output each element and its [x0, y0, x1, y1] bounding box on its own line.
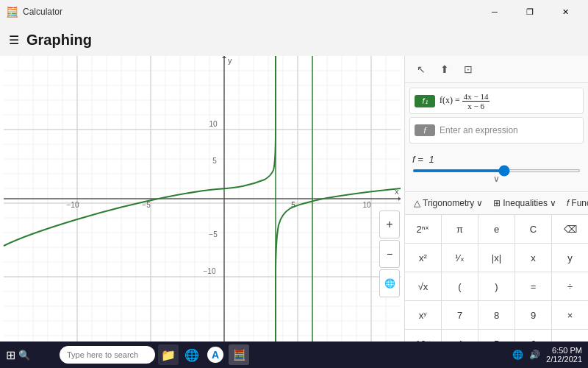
- numpad-button-x_[interactable]: xʸ: [405, 301, 441, 329]
- svg-text:−10: −10: [67, 201, 79, 209]
- taskbar-clock: 6:50 PM 2/12/2021: [546, 346, 582, 364]
- trig-arrow: ∨: [476, 198, 483, 208]
- trigonometry-button[interactable]: △ Trigonometry ∨: [411, 197, 486, 210]
- slider-current-value: 1: [429, 154, 434, 165]
- numpad-button-_[interactable]: ): [478, 272, 514, 300]
- numpad-button-9[interactable]: 9: [515, 301, 551, 329]
- slider-label: f = 1: [412, 154, 581, 165]
- func-icon: f: [567, 198, 569, 208]
- main-content: x y −10 −5 5 10 5 10 5 −5 −10: [0, 56, 588, 342]
- taskbar-app-ai[interactable]: A: [205, 344, 226, 365]
- taskbar-app-calc[interactable]: 🧮: [229, 344, 249, 365]
- svg-text:−10: −10: [204, 267, 216, 275]
- zoom-out-button[interactable]: −: [379, 240, 400, 268]
- function-formula-1: f(x) = 4x − 14 x − 6: [440, 92, 490, 110]
- numpad-button-_[interactable]: π: [442, 215, 478, 243]
- taskbar-app-chrome[interactable]: 🌐: [182, 344, 202, 365]
- numpad-button-_[interactable]: (: [442, 272, 478, 300]
- func-label: Function: [571, 198, 588, 208]
- ineq-label: Inequalities: [503, 198, 548, 208]
- taskbar-time-value: 6:50 PM: [546, 346, 582, 355]
- export-button[interactable]: ⬆: [434, 59, 455, 79]
- screenshot-button[interactable]: ⊡: [458, 59, 478, 79]
- reset-view-button[interactable]: 🌐: [379, 269, 400, 297]
- numpad-button-_x[interactable]: √x: [405, 272, 441, 300]
- taskbar-date-value: 2/12/2021: [546, 355, 582, 364]
- graph-canvas[interactable]: x y −10 −5 5 10 5 10 5 −5 −10: [0, 56, 404, 342]
- title-bar: 🧮 Calculator ─ ❐ ✕: [0, 0, 588, 24]
- numpad-button-y[interactable]: y: [552, 244, 588, 272]
- function-entry-2[interactable]: f Enter an expression: [409, 117, 584, 144]
- trig-icon: △: [414, 198, 420, 208]
- numpad-button-e[interactable]: e: [478, 215, 514, 243]
- network-icon: 🌐: [512, 350, 523, 360]
- slider-equals: =: [417, 154, 426, 165]
- function-placeholder: Enter an expression: [440, 125, 518, 135]
- hamburger-menu[interactable]: ☰: [9, 33, 19, 47]
- numpad-button-x[interactable]: x: [515, 244, 551, 272]
- svg-text:10: 10: [362, 201, 371, 209]
- numpad-button-2__[interactable]: 2ⁿˣ: [405, 215, 441, 243]
- zoom-in-button[interactable]: +: [379, 210, 400, 238]
- close-button[interactable]: ✕: [548, 0, 582, 24]
- windows-button[interactable]: ⊞: [6, 348, 15, 362]
- slider-variable: f: [412, 154, 415, 165]
- svg-text:10: 10: [209, 120, 218, 128]
- right-panel: ↖ ⬆ ⊡ f₁ f(x) = 4x − 14 x − 6: [404, 56, 588, 342]
- inequalities-button[interactable]: ⊞ Inequalities ∨: [490, 197, 559, 210]
- svg-text:5: 5: [212, 157, 217, 165]
- numpad-button-8[interactable]: 8: [478, 301, 514, 329]
- taskbar-app-explorer[interactable]: 📁: [158, 344, 179, 365]
- numpad-button-___[interactable]: ¹⁄ₓ: [442, 244, 478, 272]
- svg-text:y: y: [228, 56, 232, 65]
- numpad-button-_[interactable]: =: [515, 272, 551, 300]
- trig-label: Trigonometry: [423, 198, 474, 208]
- search-input[interactable]: [67, 350, 148, 359]
- app-header: ☰ Graphing: [0, 24, 588, 56]
- function-badge-2: f: [415, 124, 435, 136]
- graph-toolbar: ↖ ⬆ ⊡: [405, 56, 588, 83]
- select-tool-button[interactable]: ↖: [411, 59, 431, 79]
- restore-button[interactable]: ❐: [513, 0, 547, 24]
- taskbar-apps: 📁 🌐 A 🧮: [158, 344, 249, 365]
- function-button[interactable]: f Function ∨: [564, 197, 588, 210]
- function-badge-1: f₁: [415, 95, 435, 107]
- numpad-button-C[interactable]: C: [515, 215, 551, 243]
- numpad-button-_[interactable]: ×: [552, 301, 588, 329]
- numpad-button-7[interactable]: 7: [442, 301, 478, 329]
- numpad-button-_[interactable]: ⌫: [552, 215, 588, 243]
- page-title: Graphing: [26, 32, 92, 49]
- numpad-button-_[interactable]: ÷: [552, 272, 588, 300]
- slider-input[interactable]: [412, 169, 581, 172]
- category-row: △ Trigonometry ∨ ⊞ Inequalities ∨ f Func…: [405, 192, 588, 215]
- slider-section: f = 1 ∨: [405, 148, 588, 192]
- numpad-button-_x_[interactable]: |x|: [478, 244, 514, 272]
- taskbar-system-icons: 🌐 🔊 6:50 PM 2/12/2021: [512, 346, 582, 364]
- title-bar-label: Calculator: [23, 7, 62, 17]
- function-entry-1[interactable]: f₁ f(x) = 4x − 14 x − 6: [409, 88, 584, 114]
- taskbar-search[interactable]: [60, 346, 155, 364]
- volume-icon: 🔊: [529, 350, 540, 360]
- search-icon: 🔍: [18, 350, 30, 361]
- function-list: f₁ f(x) = 4x − 14 x − 6 f Enter an expre…: [405, 83, 588, 148]
- svg-text:−5: −5: [209, 230, 218, 238]
- app-icon: 🧮: [6, 6, 18, 18]
- ineq-arrow: ∨: [550, 198, 556, 208]
- taskbar: ⊞ 🔍 📁 🌐 A 🧮 🌐 🔊 6:50 PM 2/12/2021: [0, 342, 588, 368]
- numpad-button-x_[interactable]: x²: [405, 244, 441, 272]
- minimize-button[interactable]: ─: [478, 0, 512, 24]
- ineq-icon: ⊞: [493, 198, 501, 208]
- graph-area: x y −10 −5 5 10 5 10 5 −5 −10: [0, 56, 404, 342]
